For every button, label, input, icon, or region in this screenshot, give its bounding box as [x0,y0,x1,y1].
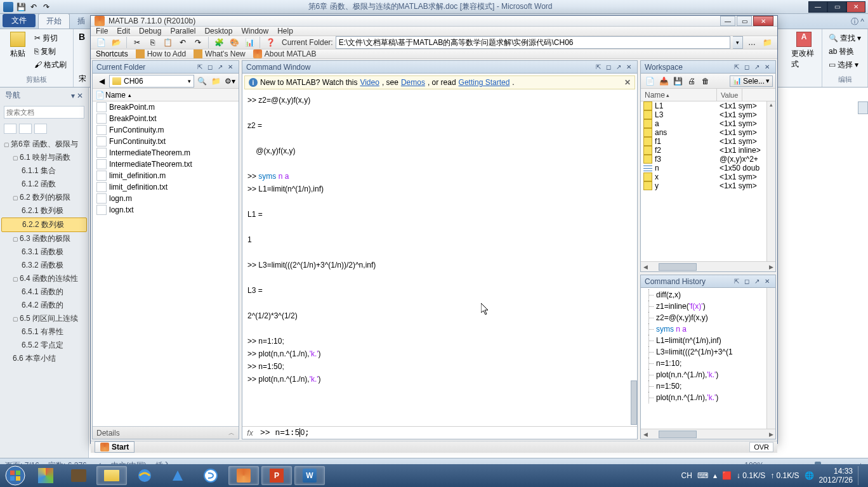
scrollbar[interactable]: ▴ [766,101,775,261]
current-folder-path[interactable]: E:\文件\文档草稿\基于MATLAB的高等数学问题求解\实例源代码\CH06 [336,36,730,49]
nav-tree-item[interactable]: 6.3.1 函数极 [1,245,87,259]
video-link[interactable]: Video [360,78,379,87]
nav-tree-item[interactable]: 6.4.1 函数的 [1,285,87,299]
file-item[interactable]: BreakPoint.m [93,101,239,113]
file-item[interactable]: BreakPoint.txt [93,113,239,124]
workspace-variable[interactable]: n<1x50 doub [641,164,775,172]
minimize-button[interactable]: — [808,1,827,13]
select-button[interactable]: ▭选择 ▾ [827,58,862,71]
menu-help[interactable]: Help [277,27,293,36]
paste-button[interactable]: 📋 [161,36,174,49]
nav-tree-item[interactable]: ▢第6章 函数、极限与 [1,138,87,151]
new-var-button[interactable]: 📄 [643,75,656,88]
shortcut-whatsnew[interactable]: What's New [194,49,246,58]
panel-menu-icon[interactable]: ⇱ [195,63,204,72]
gear-button[interactable]: ⚙▾ [223,75,236,88]
maximize-button[interactable]: ▭ [827,1,846,13]
maximize-icon[interactable]: ↗ [216,63,225,72]
file-item[interactable]: IntermediateTheorem.m [93,147,239,159]
menu-edit[interactable]: Edit [117,27,130,36]
close-icon[interactable]: ✕ [763,277,772,286]
ribbon-help-icon[interactable]: ⓘ ^ [851,16,864,27]
redo-button[interactable]: ↷ [41,1,52,13]
nav-tree-item[interactable]: 6.2.1 数列极 [1,204,87,218]
tab-insert[interactable]: 插 [70,14,93,29]
file-item[interactable]: limit_definition.m [93,170,239,181]
replace-button[interactable]: ab替换 [827,45,862,58]
nav-tree-item[interactable]: ▢6.4 函数的连续性 [1,272,87,285]
taskbar-explorer[interactable] [96,466,127,485]
taskbar-matlab[interactable] [228,466,259,485]
browser-tray-icon[interactable]: 🌐 [805,471,814,480]
save-ws-button[interactable]: 💾 [671,75,684,88]
ime-icon[interactable]: ⌨ [697,471,708,480]
nav-tree-item[interactable]: ▢6.1 映射与函数 [1,151,87,164]
nav-tree-item[interactable]: 6.1.1 集合 [1,164,87,178]
maximize-icon[interactable]: ↗ [753,277,761,286]
fx-icon[interactable]: fx [242,429,258,438]
copy-button[interactable]: ⎘复制 [33,45,68,58]
panel-menu-icon[interactable]: ⇱ [732,277,741,286]
taskbar-ie[interactable] [129,466,160,485]
tray-chevron-icon[interactable]: ▴ [713,471,717,480]
nav-tree-item[interactable]: ▢6.2 数列的极限 [1,191,87,204]
command-output[interactable]: >> z2=@(x,y)f(x,y) z2 = @(x,y)f(x,y) >> … [242,91,637,426]
tab-file[interactable]: 文件 [3,14,36,27]
workspace-variable[interactable]: ans<1x1 sym> [641,128,775,137]
workspace-variable[interactable]: x<1x1 sym> [641,172,775,181]
ws-value-header[interactable]: Value [717,89,742,101]
folder-selector[interactable]: CH06 ▾ [109,75,194,88]
file-item[interactable]: IntermediateTheorem.txt [93,159,239,170]
h-scrollbar[interactable]: ◀▶ [641,429,775,439]
panel-menu-icon[interactable]: ⇱ [732,63,741,72]
matlab-minimize-button[interactable]: — [720,16,735,26]
guide-button[interactable]: 🎨 [228,36,240,49]
folder-action-button[interactable]: 📁 [209,75,222,88]
undock-icon[interactable]: ◻ [604,63,613,72]
undo-button[interactable]: ↶ [176,36,189,49]
ovr-indicator[interactable]: OVR [749,442,773,452]
back-button[interactable]: ◀ [95,75,108,88]
history-list[interactable]: diff(z,x)z1=inline('f(x)')z2=@(x,y)f(x,y… [641,288,775,429]
copy-button[interactable]: ⎘ [146,36,159,49]
workspace-variable[interactable]: a<1x1 sym> [641,119,775,128]
profiler-button[interactable]: 📊 [243,36,256,49]
workspace-variable[interactable]: y<1x1 sym> [641,181,775,190]
new-file-button[interactable]: 📄 [95,36,107,49]
matlab-titlebar[interactable]: MATLAB 7.11.0 (R2010b) — ▭ ✕ [91,16,777,27]
nav-tree-item[interactable]: 6.3.2 函数极 [1,259,87,272]
nav-close-icon[interactable]: ▾ ✕ [71,91,83,100]
save-button[interactable]: 💾 [15,1,27,13]
collapsed-pane-icon[interactable] [858,101,868,114]
taskbar-item[interactable] [30,466,61,485]
details-bar[interactable]: Details ︿ [93,426,239,439]
workspace-variable[interactable]: L3<1x1 sym> [641,110,775,119]
taskbar-sogou[interactable] [195,466,226,485]
show-desktop-button[interactable] [858,466,863,485]
file-item[interactable]: FunContinuity.m [93,124,239,136]
nav-view-buttons[interactable] [0,121,88,136]
delete-button[interactable]: 🗑 [699,75,712,88]
tab-home[interactable]: 开始 [38,13,70,29]
nav-tree-item[interactable]: ▢6.5 闭区间上连续 [1,312,87,325]
taskbar-word[interactable]: W [294,466,325,485]
workspace-variable[interactable]: f3@(x,y)x^2+ [641,155,775,164]
path-dropdown-button[interactable]: ▾ [733,36,743,49]
cut-button[interactable]: ✂剪切 [33,32,68,44]
taskbar-item[interactable] [162,466,193,485]
menu-desktop[interactable]: Desktop [204,27,232,36]
taskbar-item[interactable] [63,466,94,485]
nav-tree-item[interactable]: 6.1.2 函数 [1,178,87,191]
help-button[interactable]: ❓ [264,36,277,49]
workspace-variable[interactable]: L1<1x1 sym> [641,101,775,110]
maximize-icon[interactable]: ↗ [753,63,761,72]
shortcut-howtoadd[interactable]: How to Add [136,49,186,58]
menu-file[interactable]: File [96,27,108,36]
close-button[interactable]: ✕ [846,1,865,13]
change-styles-button[interactable]: A 更改样式 [791,32,817,70]
banner-close-button[interactable]: ✕ [624,78,631,87]
cut-button[interactable]: ✂ [131,36,143,49]
simulink-button[interactable]: 🧩 [213,36,225,49]
clock[interactable]: 14:33 2012/7/26 [819,467,853,484]
shortcut-about[interactable]: About MATLAB [253,49,317,58]
